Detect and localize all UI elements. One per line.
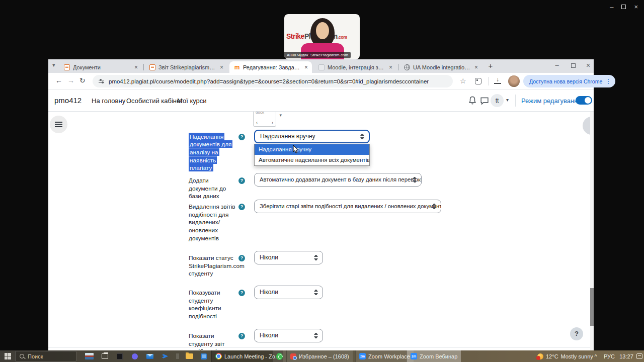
taskbtn-zoom-workplace[interactable]: zm Zoom Workplace — [355, 350, 414, 362]
chrome-update-button[interactable]: Доступна нова версія Chrome ⋮ — [523, 75, 615, 87]
select-add-documents[interactable]: Автоматично додавати документ в базу дан… — [254, 173, 422, 187]
action-center-button[interactable] — [635, 350, 644, 362]
url-text: pmo412.plagiat.pl/course/modedit.php?add… — [109, 78, 429, 84]
back-icon[interactable]: ← — [55, 76, 62, 84]
bookmark-star-icon[interactable]: ☆ — [460, 77, 466, 85]
blue-tile-app-button[interactable] — [198, 350, 210, 362]
visual-studio-button[interactable] — [159, 350, 171, 362]
field-label-delete-reports: Видалення звітів подібності для видалени… — [189, 203, 238, 242]
site-settings-icon[interactable] — [99, 79, 105, 84]
taskbtn-label: Zoom Вебинар — [420, 353, 457, 359]
browser-tab-ua-moodle[interactable]: UA Moodle integration for Tea × — [399, 61, 482, 73]
windows-taskbar: Поиск Launch Meeting - Zo... Избранное –… — [0, 350, 644, 362]
maximize-icon[interactable] — [621, 5, 626, 9]
time-label: 13:27 — [619, 353, 633, 359]
hidden-icons-button[interactable]: ^ — [592, 350, 600, 362]
help-icon[interactable]: ? — [238, 333, 245, 339]
browser-close-icon[interactable]: × — [581, 61, 596, 69]
browser-tab-documents[interactable]: Документи × — [59, 61, 142, 73]
field-label-add-documents: Додати документи до бази даних — [189, 177, 238, 201]
strikeplagiarism-favicon — [64, 64, 70, 70]
notifications-bell-icon[interactable] — [467, 96, 477, 106]
taskbtn-favorites[interactable]: Избранное – (1608) — [286, 350, 353, 362]
scrollbar-track[interactable] — [590, 112, 594, 350]
weather-text[interactable]: 12°C Mostly sunny — [546, 350, 593, 362]
tab-strip: ▾ Документи × Звіт Strikeplagiarism.com … — [48, 59, 594, 73]
messages-icon[interactable] — [479, 96, 490, 106]
nav-my-courses[interactable]: Мої курси — [177, 97, 207, 105]
faint-app-button[interactable] — [174, 350, 182, 362]
faint-app-icon — [176, 353, 179, 359]
tab-close-icon[interactable]: × — [219, 64, 224, 71]
select-delete-reports[interactable]: Зберігати старі звіти подібності для вид… — [254, 200, 441, 213]
language-indicator[interactable]: РУС — [602, 350, 617, 362]
tab-close-icon[interactable]: × — [388, 64, 393, 71]
select-show-status[interactable]: Ніколи — [254, 251, 323, 264]
language-label: РУС — [604, 353, 615, 359]
taskbtn-whatsapp[interactable] — [272, 350, 286, 362]
blue-tile-icon — [201, 353, 207, 359]
dark-app-button[interactable] — [114, 350, 126, 362]
taskbtn-label: Zoom Workplace — [368, 353, 410, 359]
task-view-button[interactable] — [99, 350, 111, 362]
user-avatar[interactable]: tt — [491, 94, 504, 107]
tab-close-icon[interactable]: × — [133, 64, 139, 71]
taskbtn-label: Launch Meeting - Zo... — [224, 353, 280, 359]
browser-window: ▾ Документи × Звіт Strikeplagiarism.com … — [48, 59, 594, 350]
dropdown-option[interactable]: Автоматичне надсилання всіх документів — [255, 155, 369, 165]
dock-right-arrow-icon[interactable]: › — [272, 120, 273, 125]
browser-maximize-icon[interactable] — [566, 61, 581, 69]
weather-button[interactable] — [535, 350, 545, 362]
tab-group-icon[interactable] — [475, 78, 481, 84]
scrollbar-thumb[interactable] — [590, 288, 594, 326]
nav-home[interactable]: На головну — [92, 97, 125, 105]
favorites-icon — [290, 353, 296, 359]
edit-mode-toggle[interactable] — [576, 96, 592, 105]
user-menu-chevron-icon[interactable]: ▾ — [506, 97, 509, 103]
select-show-report[interactable]: Ніколи — [254, 329, 323, 342]
purple-app-button[interactable] — [129, 350, 141, 362]
help-icon[interactable]: ? — [238, 134, 245, 140]
forward-icon[interactable]: → — [67, 76, 74, 84]
help-icon[interactable]: ? — [238, 255, 245, 261]
browser-minimize-icon[interactable]: – — [549, 61, 565, 69]
browser-menu-icon[interactable]: ⋮ — [605, 78, 611, 85]
tab-search-chevron-icon[interactable]: ▾ — [52, 62, 55, 68]
photos-app-button[interactable] — [83, 350, 95, 362]
help-icon[interactable]: ? — [238, 290, 245, 296]
browser-toolbar: ← → ↻ pmo412.plagiat.pl/course/modedit.p… — [48, 73, 594, 89]
mail-app-button[interactable] — [144, 350, 156, 362]
new-tab-button[interactable]: + — [485, 61, 496, 70]
dock-chevron-icon[interactable]: ▾ — [279, 113, 282, 118]
browser-tab-report[interactable]: Звіт Strikeplagiarism.com × — [145, 61, 227, 73]
course-index-drawer-button[interactable] — [50, 116, 67, 133]
start-button[interactable] — [1, 350, 14, 362]
clock[interactable]: 13:27 — [618, 350, 635, 362]
profile-avatar[interactable] — [508, 75, 520, 87]
minimize-icon[interactable]: – — [610, 3, 613, 11]
folder-icon — [186, 353, 193, 359]
tab-close-icon[interactable]: × — [303, 64, 309, 71]
select-show-coefficients[interactable]: Ніколи — [254, 286, 323, 299]
site-name[interactable]: pmo412 — [54, 96, 82, 105]
reload-icon[interactable]: ↻ — [79, 76, 86, 84]
help-icon[interactable]: ? — [238, 204, 245, 210]
tab-close-icon[interactable]: × — [473, 64, 479, 71]
photos-icon — [85, 353, 94, 359]
dropdown-option-selected[interactable]: Надсилання вручну — [255, 144, 369, 155]
taskbar-search[interactable]: Поиск — [15, 351, 76, 361]
select-submit-documents[interactable]: Надсилання вручну — [254, 130, 370, 143]
file-explorer-button[interactable] — [183, 350, 195, 362]
dock-left-arrow-icon[interactable]: ‹ — [256, 120, 258, 125]
help-fab-button[interactable]: ? — [570, 327, 583, 340]
browser-tab-editing-active[interactable]: m Редагування: Завдання × — [229, 61, 312, 73]
close-icon[interactable]: × — [634, 3, 638, 11]
tab-separator — [143, 64, 144, 70]
taskbtn-zoom-webinar[interactable]: zm Zoom Вебинар — [407, 350, 461, 362]
nav-dashboard[interactable]: Особистий кабінет — [126, 97, 183, 105]
browser-tab-moodle-integration[interactable]: Moodle, інтеграція з Strikeplag × — [314, 61, 396, 73]
download-icon[interactable]: ↓ — [494, 76, 501, 84]
url-bar[interactable]: pmo412.plagiat.pl/course/modedit.php?add… — [93, 75, 453, 87]
help-icon[interactable]: ? — [238, 177, 245, 184]
select-caret-icon — [314, 255, 318, 260]
